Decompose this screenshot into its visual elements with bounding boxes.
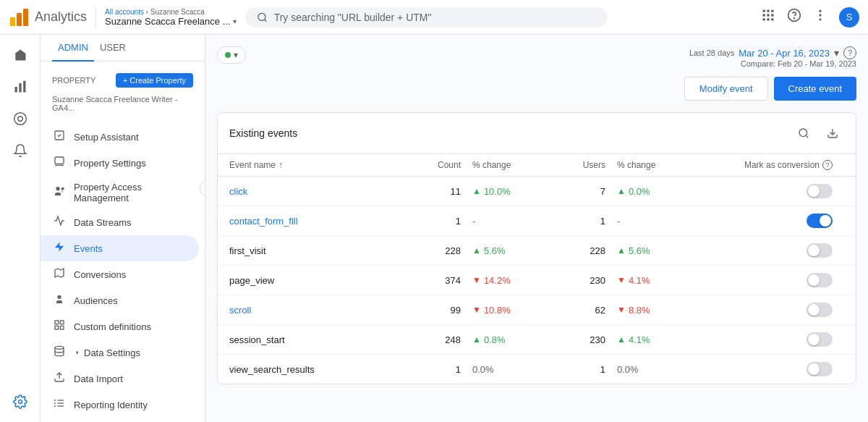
main-layout: ADMIN USER Property + Create Property Su…: [0, 35, 868, 422]
nav-label: Conversions: [74, 269, 126, 280]
nav-item-data-import[interactable]: Data Import: [41, 366, 199, 392]
topbar: Analytics All accounts › Suzanne Scacca …: [0, 0, 868, 35]
svg-rect-5: [763, 10, 765, 12]
svg-rect-1: [17, 13, 22, 26]
admin-user-tabs: ADMIN USER: [41, 35, 205, 62]
search-events-button[interactable]: [792, 122, 815, 145]
svg-rect-11: [763, 18, 765, 20]
conversion-toggle[interactable]: [807, 303, 833, 317]
col-event-name[interactable]: Event name ↑: [229, 160, 403, 170]
date-help-icon[interactable]: ?: [843, 46, 856, 59]
nav-item-custom-definitions[interactable]: Custom definitions: [41, 313, 199, 339]
nav-item-setup-assistant[interactable]: Setup Assistant: [41, 124, 199, 150]
nav-item-property-settings[interactable]: Property Settings: [41, 150, 199, 176]
count-pct-cell: ▲5.6%: [461, 245, 548, 256]
col-count-pct: % change: [461, 160, 548, 170]
more-icon[interactable]: [813, 8, 827, 26]
event-name-link[interactable]: click: [229, 186, 247, 197]
svg-rect-12: [767, 18, 769, 20]
action-buttons: Modify event Create event: [217, 77, 856, 101]
event-name-link[interactable]: scroll: [229, 305, 251, 316]
event-name-cell: first_visit: [229, 245, 403, 256]
nav-label: Data Import: [74, 374, 123, 384]
users-cell: 1: [548, 364, 605, 375]
svg-point-22: [14, 113, 26, 125]
count-pct-cell: ▲10.0%: [461, 186, 548, 197]
tab-admin[interactable]: ADMIN: [52, 35, 94, 62]
nav-label: Events: [74, 243, 103, 254]
sidebar-item-explore[interactable]: [6, 104, 35, 133]
help-icon[interactable]: [787, 8, 801, 26]
nav-item-reporting-identity[interactable]: Reporting Identity: [41, 392, 199, 418]
conversion-toggle[interactable]: [807, 332, 833, 347]
count-pct-cell: -: [461, 216, 548, 227]
avatar[interactable]: S: [839, 7, 859, 28]
nav-item-events[interactable]: Events: [41, 235, 199, 261]
search-bar[interactable]: [245, 7, 607, 28]
custom-definitions-icon: [52, 319, 67, 334]
col-mark-as-conversion: Mark as conversion ?: [692, 160, 844, 170]
count-pct-cell: ▼14.2%: [461, 275, 548, 286]
count-cell: 1: [403, 364, 461, 375]
event-name-cell[interactable]: click: [229, 186, 403, 197]
create-property-button[interactable]: + Create Property: [116, 73, 193, 88]
users-pct-cell: 0.0%: [605, 364, 692, 375]
svg-point-28: [56, 187, 59, 190]
count-cell: 1: [403, 216, 461, 227]
nav-item-access-management[interactable]: Property Access Management: [41, 176, 199, 209]
event-name-cell[interactable]: contact_form_fill: [229, 216, 403, 227]
account-nav: All accounts › Suzanne Scacca Suzanne Sc…: [95, 8, 237, 27]
nav-label: Property Settings: [74, 158, 146, 169]
conversion-toggle[interactable]: [807, 214, 833, 228]
nav-item-data-settings[interactable]: Data Settings: [41, 339, 199, 366]
svg-rect-10: [771, 14, 773, 16]
date-dropdown-icon[interactable]: ▾: [834, 47, 839, 59]
tab-user[interactable]: USER: [94, 35, 132, 62]
topbar-actions: S: [761, 7, 859, 28]
modify-event-button[interactable]: Modify event: [684, 77, 768, 101]
events-header: Existing events: [218, 113, 856, 154]
nav-label: Custom definitions: [74, 321, 151, 332]
nav-label: Property Access Management: [74, 182, 187, 203]
nav-item-data-streams[interactable]: Data Streams: [41, 209, 199, 235]
search-input[interactable]: [274, 12, 596, 23]
svg-rect-35: [55, 326, 59, 329]
arrow-up-icon: ▲: [617, 186, 626, 196]
account-name[interactable]: Suzanne Scacca Freelance ... ▾: [105, 16, 237, 27]
create-event-button[interactable]: Create event: [774, 77, 856, 101]
sidebar-item-home[interactable]: [6, 41, 35, 69]
setup-icon: [52, 130, 67, 144]
count-pct-cell: 0.0%: [461, 364, 548, 375]
svg-rect-21: [23, 81, 25, 93]
table-row: session_start248▲0.8%230▲4.1%: [218, 325, 856, 355]
sidebar-item-alerts[interactable]: [6, 136, 35, 165]
svg-point-18: [819, 18, 821, 20]
events-nav-icon: [52, 241, 67, 256]
apps-icon[interactable]: [761, 8, 775, 26]
sidebar-item-settings[interactable]: [6, 387, 35, 416]
event-name-cell: view_search_results: [229, 364, 403, 375]
event-name-cell[interactable]: scroll: [229, 305, 403, 316]
conversion-toggle[interactable]: [807, 184, 833, 198]
sidebar-item-reports[interactable]: [6, 72, 35, 101]
nav-item-attribution-settings[interactable]: Attribution Settings: [41, 418, 199, 422]
conversion-toggle-cell: [692, 214, 844, 228]
download-events-button[interactable]: [821, 122, 844, 145]
conversion-toggle[interactable]: [807, 243, 833, 258]
nav-item-audiences[interactable]: Audiences: [41, 287, 199, 313]
nav-item-conversions[interactable]: Conversions: [41, 261, 199, 287]
breadcrumb-link[interactable]: All accounts: [105, 8, 144, 16]
events-header-icons: [792, 122, 844, 145]
conversion-toggle[interactable]: [807, 273, 833, 287]
status-chip[interactable]: ▾: [217, 46, 246, 64]
arrow-up-icon: ▲: [472, 334, 481, 345]
nav-label: Audiences: [74, 295, 118, 306]
arrow-down-icon: ▼: [472, 305, 481, 315]
table-row: contact_form_fill1-1-: [218, 206, 856, 236]
conversion-help-icon[interactable]: ?: [822, 160, 833, 170]
events-card: Existing events Event name ↑ Count % cha…: [217, 112, 856, 384]
event-name-link[interactable]: contact_form_fill: [229, 216, 298, 227]
conversion-toggle[interactable]: [807, 362, 833, 376]
date-range[interactable]: Mar 20 - Apr 16, 2023: [739, 48, 830, 59]
svg-rect-33: [60, 321, 64, 324]
